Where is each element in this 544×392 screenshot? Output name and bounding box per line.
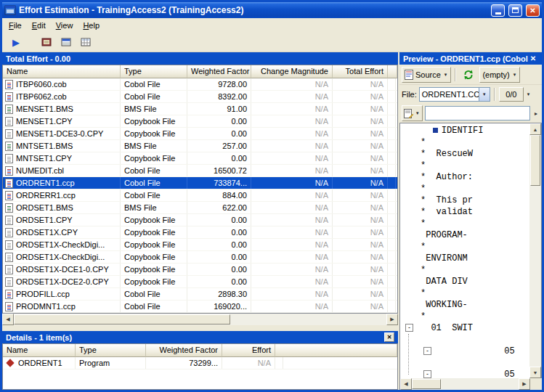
file-row[interactable]: ORDSET1X-CheckDigi...Copybook File0.00N/… [3, 251, 397, 264]
scroll-track[interactable] [412, 378, 519, 390]
object-name: ORDRENT1 [18, 357, 62, 369]
preview-toolbar: Source ▾ (empty) ▾ [399, 65, 542, 85]
run-estimation-button[interactable]: ▶ [8, 34, 24, 50]
preview-pane: Preview - ORDRENT1.ccp (Cobol ✕ Source ▾ [399, 52, 542, 390]
file-row[interactable]: ITBP6062.cobCobol File8392.00N/AN/A [3, 91, 397, 103]
file-row[interactable]: MNTSET1.CPYCopybook File0.00N/AN/A [3, 152, 397, 165]
refresh-button[interactable] [460, 67, 477, 83]
change-magnitude: N/A [251, 115, 333, 127]
details-close-button[interactable]: ✕ [384, 332, 394, 342]
column-header-total-effort[interactable]: Total Effort [333, 65, 388, 78]
file-type: BMS File [121, 140, 187, 152]
scroll-up-icon[interactable]: ▲ [529, 123, 541, 135]
file-row[interactable]: MNTSET1.BMSBMS File257.00N/AN/A [3, 140, 397, 152]
report-button[interactable] [58, 34, 74, 50]
code-text: * [421, 311, 426, 322]
scroll-right-icon[interactable]: ▶ [386, 314, 398, 325]
code-text: * [421, 137, 426, 147]
source-dropdown-icon[interactable]: ▾ [443, 72, 449, 78]
find-input[interactable] [425, 106, 530, 121]
fold-collapse-icon[interactable]: - [423, 347, 431, 355]
column-header-type[interactable]: Type [121, 65, 187, 78]
document-icon [404, 108, 413, 118]
code-line: DATA DIV [400, 276, 529, 287]
file-row[interactable]: NUMEDIT.cblCobol File16500.72N/AN/A [3, 165, 397, 177]
row-filler [388, 226, 396, 238]
change-magnitude: N/A [251, 91, 333, 102]
file-row[interactable]: MENSET1.CPYCopybook File0.00N/AN/A [3, 115, 397, 128]
maximize-button[interactable] [508, 4, 522, 17]
preview-close-button[interactable]: ✕ [528, 54, 538, 63]
minimize-button[interactable] [491, 4, 505, 17]
code-text: * Author: [421, 172, 473, 182]
column-header-change-magnitude[interactable]: Change Magnitude [251, 65, 333, 78]
row-filler [388, 140, 396, 152]
column-header-weighted-factor[interactable]: Weighted Factor [146, 344, 222, 357]
source-button[interactable]: Source ▾ [402, 67, 451, 83]
file-row[interactable]: ORDSET1X-CheckDigi...Copybook File0.00N/… [3, 239, 397, 251]
menu-help[interactable]: Help [78, 20, 105, 31]
cobol-file-icon [5, 80, 13, 89]
counter-dropdown-icon[interactable]: ▾ [526, 91, 532, 97]
fold-collapse-icon[interactable]: - [423, 370, 431, 378]
close-button[interactable]: ✕ [526, 4, 540, 17]
file-name: NUMEDIT.cbl [16, 165, 64, 176]
file-combobox-dropdown-icon[interactable]: ▾ [479, 88, 490, 101]
file-row[interactable]: ORDSET1.CPYCopybook File0.00N/AN/A [3, 214, 397, 226]
source-label: Source [415, 70, 441, 79]
menu-edit[interactable]: Edit [27, 20, 51, 31]
column-header-effort[interactable]: Effort [222, 344, 275, 357]
scroll-track[interactable] [529, 135, 541, 367]
scrollbar-corner [530, 378, 542, 390]
file-row[interactable]: PRODMNT1.ccpCobol File169020...N/AN/A [3, 301, 397, 313]
file-type: Cobol File [121, 189, 187, 201]
scroll-track[interactable] [14, 314, 386, 325]
fold-collapse-icon[interactable]: - [405, 324, 413, 332]
file-row[interactable]: ORDRERR1.ccpCobol File884.00N/AN/A [3, 189, 397, 202]
effort-horizontal-scrollbar[interactable]: ◀ ▶ [2, 314, 398, 325]
export-table-button[interactable] [78, 34, 94, 50]
file-row[interactable]: MENSET1-DCE3-0.CPYCopybook File0.00N/AN/… [3, 128, 397, 140]
scroll-down-icon[interactable]: ▼ [529, 367, 541, 378]
empty-dropdown-icon[interactable]: ▾ [512, 72, 518, 78]
scroll-thumb[interactable] [412, 379, 441, 389]
preview-title: Preview - ORDRENT1.ccp (Cobol [403, 54, 528, 63]
pane-splitter[interactable] [2, 325, 398, 331]
file-row[interactable]: MENSET1.BMSBMS File91.00N/AN/A [3, 103, 397, 115]
file-row[interactable]: ORDSET1X-DCE1-0.CPYCopybook File0.00N/AN… [3, 264, 397, 276]
copybook-file-icon [5, 117, 13, 126]
column-header-type[interactable]: Type [76, 344, 146, 357]
code-area[interactable]: IDENTIFI** RescueW** Author:** This pr* … [400, 123, 529, 378]
scroll-left-icon[interactable]: ◀ [2, 314, 14, 325]
scroll-right-icon[interactable]: ▶ [519, 378, 530, 390]
toolbar-overflow-icon[interactable]: ▸ [532, 110, 540, 117]
file-row[interactable]: PRODFILL.ccpCobol File2898.30N/AN/A [3, 288, 397, 301]
find-options-button[interactable]: ▾ [402, 105, 423, 121]
code-text: * validat [421, 207, 473, 217]
scroll-thumb[interactable] [14, 314, 230, 324]
code-vertical-scrollbar[interactable]: ▲ ▼ [529, 123, 541, 378]
scroll-left-icon[interactable]: ◀ [400, 378, 412, 390]
find-options-dropdown-icon[interactable]: ▾ [415, 110, 421, 116]
change-magnitude: N/A [251, 276, 333, 287]
scroll-thumb[interactable] [530, 135, 540, 186]
code-horizontal-scrollbar[interactable]: ◀ ▶ [399, 378, 530, 390]
file-name: PRODMNT1.ccp [16, 301, 76, 312]
column-header-name[interactable]: Name [3, 344, 76, 357]
menu-view[interactable]: View [51, 20, 78, 31]
options-button[interactable] [38, 34, 54, 50]
file-row[interactable]: ORDRENT1.ccpCobol File733874...N/AN/A [3, 177, 397, 189]
details-header: Details - 1 item(s) ✕ [2, 331, 398, 343]
file-combobox[interactable]: ORDRENT1.CCF ▾ [419, 87, 490, 102]
file-row[interactable]: ORDSET1X-DCE2-0.CPYCopybook File0.00N/AN… [3, 276, 397, 288]
column-header-weighted-factor[interactable]: Weighted Factor [187, 65, 251, 78]
column-header-name[interactable]: Name [3, 65, 121, 78]
file-row[interactable]: ITBP6060.cobCobol File9728.00N/AN/A [3, 78, 397, 91]
details-row[interactable]: ORDRENT1Program73299...N/A [3, 357, 397, 369]
file-row[interactable]: ORDSET1X.CPYCopybook File0.00N/AN/A [3, 226, 397, 239]
empty-dropdown[interactable]: (empty) ▾ [479, 67, 520, 83]
menu-file[interactable]: File [4, 20, 27, 31]
file-row[interactable]: ORDSET1.BMSBMS File622.00N/AN/A [3, 202, 397, 214]
code-line: PROGRAM- [400, 229, 529, 241]
change-magnitude: N/A [251, 152, 333, 164]
